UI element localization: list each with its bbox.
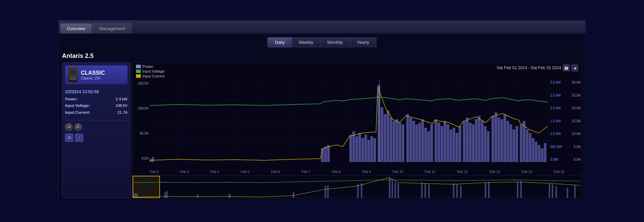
svg-rect-102 [395, 183, 396, 198]
svg-rect-57 [453, 128, 455, 162]
svg-rect-91 [164, 192, 166, 198]
svg-rect-90 [136, 194, 138, 198]
svg-rect-110 [485, 183, 486, 198]
y-a-2: 5.0A [573, 145, 581, 149]
svg-rect-72 [500, 119, 503, 162]
svg-rect-54 [444, 121, 446, 162]
device-model: Classic 150 [81, 76, 105, 80]
action-icon-2[interactable]: ↑ [75, 134, 83, 142]
svg-rect-53 [441, 126, 443, 162]
y-kw-4: 1.5 kW [550, 119, 561, 123]
svg-rect-116 [556, 186, 557, 198]
svg-rect-22 [324, 147, 327, 162]
svg-rect-70 [495, 112, 497, 162]
svg-rect-27 [358, 133, 361, 162]
tab-overview[interactable]: Overview [60, 23, 92, 34]
y-a-6: 25.0A [572, 94, 581, 97]
x-label-feb6: Feb 6 [271, 170, 280, 174]
svg-rect-63 [472, 124, 475, 162]
svg-rect-25 [352, 131, 355, 162]
ctrl-btn-left[interactable]: ◀ [65, 123, 73, 131]
device-stats: 2/2/2014 13:52:58 Power: 2.4 kW Input Vo… [65, 87, 127, 118]
current-label: Input Current: [65, 109, 90, 116]
svg-rect-59 [459, 126, 461, 162]
y-left-1: 0.0V [134, 157, 149, 160]
btn-daily[interactable]: Daily [268, 37, 292, 47]
svg-rect-74 [507, 121, 509, 162]
svg-rect-38 [393, 121, 395, 162]
svg-rect-48 [424, 128, 427, 162]
x-label-feb5: Feb 5 [241, 170, 250, 174]
voltage-label: Input Voltage: [65, 102, 90, 109]
date-range-text: Sat Feb 01 2014 - Sat Feb 15 2014 [497, 65, 561, 70]
svg-rect-79 [523, 121, 525, 162]
svg-rect-56 [449, 130, 452, 162]
svg-rect-108 [456, 184, 458, 198]
x-label-feb12: Feb 12 [457, 170, 468, 174]
chart-canvas-area: 150.0V 100.0V 50.0V 0.0V [133, 80, 582, 169]
chart-area: CLASSIC Classic 150 2/2/2014 13:52:58 Po… [62, 62, 582, 198]
mini-chart-svg [133, 176, 582, 198]
main-content: Daily Weekly Monthly Yearly Antaris 2.5 … [59, 34, 585, 201]
svg-rect-112 [517, 182, 518, 198]
svg-rect-109 [460, 185, 461, 198]
svg-rect-64 [475, 119, 478, 162]
svg-rect-28 [361, 138, 364, 162]
svg-rect-113 [520, 181, 522, 198]
svg-rect-51 [435, 119, 437, 162]
svg-rect-49 [427, 131, 430, 162]
x-label-feb14: Feb 14 [522, 170, 532, 174]
svg-rect-105 [424, 183, 426, 198]
x-label-feb15: Feb 15 [554, 170, 565, 174]
device-timestamp: 2/2/2014 13:52:58 [65, 88, 127, 96]
svg-rect-106 [428, 184, 430, 198]
svg-rect-84 [538, 145, 541, 162]
x-label-feb8: Feb 8 [332, 170, 341, 174]
svg-rect-68 [487, 131, 490, 162]
device-actions: ⚙ ↑ [65, 134, 127, 142]
y-left-2: 50.0V [134, 132, 149, 135]
action-icon-1[interactable]: ⚙ [65, 134, 73, 142]
mini-chart-area[interactable] [133, 175, 582, 198]
y-a-3: 10.0A [572, 132, 581, 136]
ctrl-btn-right[interactable]: ▶ [74, 123, 82, 131]
tab-management[interactable]: Management [92, 23, 132, 34]
btn-yearly[interactable]: Yearly [350, 37, 376, 47]
x-label-feb7: Feb 7 [301, 170, 310, 174]
x-label-feb10: Feb 10 [393, 170, 403, 174]
svg-rect-96 [324, 186, 326, 198]
svg-rect-30 [367, 140, 370, 162]
y-a-7: 30.0A [572, 81, 581, 84]
svg-rect-23 [327, 145, 330, 162]
y-a-4: 15.0A [572, 119, 581, 123]
svg-rect-36 [387, 111, 389, 162]
nav-prev-icon[interactable]: ◀ [571, 64, 578, 71]
svg-rect-71 [497, 118, 500, 162]
device-icon [68, 67, 78, 83]
svg-rect-86 [544, 143, 546, 162]
svg-rect-78 [520, 124, 522, 162]
main-chart-svg [150, 80, 549, 162]
legend-voltage: Input Voltage [136, 69, 164, 73]
x-label-feb11: Feb 11 [425, 170, 435, 174]
y-kw-1: 0.0W [550, 158, 558, 161]
svg-rect-111 [488, 182, 490, 198]
svg-rect-61 [466, 118, 469, 162]
svg-rect-45 [415, 124, 418, 162]
chart-legend: Power Input Voltage Input Current [136, 64, 164, 78]
y-axis-left: 150.0V 100.0V 50.0V 0.0V [133, 80, 150, 162]
calendar-icon[interactable]: 📅 [563, 64, 570, 71]
stat-current: Input Current: 21.7A [65, 109, 127, 116]
y-kw-5: 2.0 kW [550, 106, 561, 110]
x-label-feb2: Feb 2 [150, 170, 159, 174]
btn-weekly[interactable]: Weekly [292, 37, 320, 47]
device-controls: ◀ ▶ [65, 120, 127, 131]
svg-rect-47 [421, 119, 424, 162]
x-label-feb13: Feb 13 [489, 170, 500, 174]
svg-rect-103 [397, 183, 399, 198]
btn-monthly[interactable]: Monthly [320, 37, 350, 47]
chart-date-range: Sat Feb 01 2014 - Sat Feb 15 2014 📅 ◀ [497, 64, 578, 71]
svg-rect-107 [453, 183, 454, 198]
svg-rect-20 [152, 157, 154, 162]
device-panel: CLASSIC Classic 150 2/2/2014 13:52:58 Po… [62, 62, 131, 198]
